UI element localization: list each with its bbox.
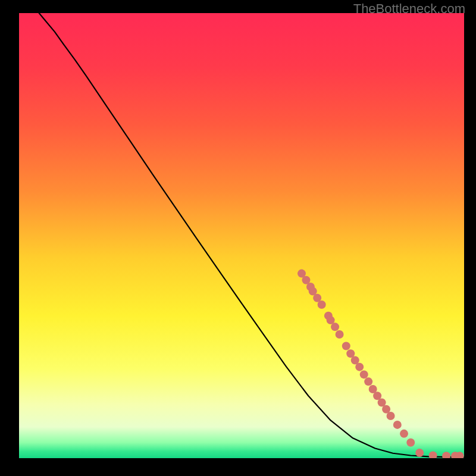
data-point: [336, 330, 344, 339]
data-point: [355, 363, 364, 371]
data-point: [360, 370, 368, 378]
plot-area: [19, 13, 464, 458]
data-point: [331, 322, 339, 331]
data-point: [415, 449, 424, 457]
gradient-background: [19, 13, 464, 458]
chart-svg: [19, 13, 464, 458]
data-point: [406, 439, 415, 447]
data-point: [342, 342, 350, 350]
data-point: [393, 421, 402, 429]
data-point: [400, 430, 408, 438]
data-point: [387, 412, 395, 420]
data-point: [318, 300, 326, 309]
chart-frame: TheBottleneck.com: [0, 0, 476, 476]
data-point: [364, 377, 372, 386]
